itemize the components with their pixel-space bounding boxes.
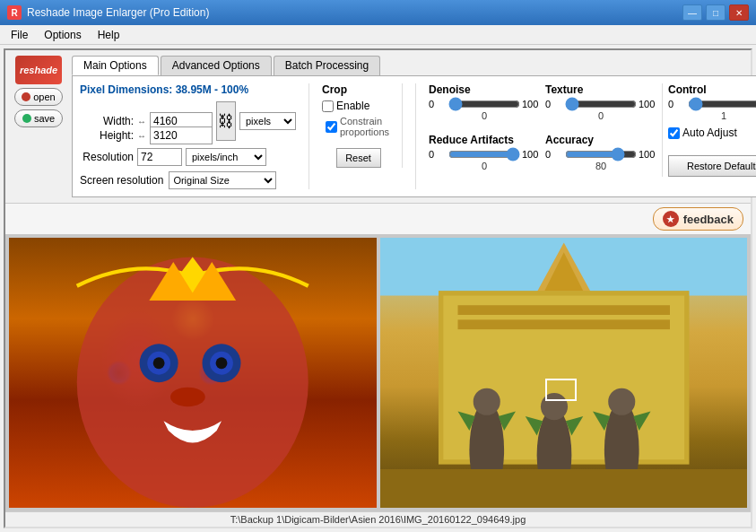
menu-file[interactable]: File	[4, 27, 35, 43]
title-bar: R Reshade Image Enlarger (Pro Edition) —…	[0, 0, 756, 25]
reduce-artifacts-slider-row: 0 100	[429, 148, 540, 161]
denoise-value: 0	[429, 110, 540, 121]
tabs-header: Main Options Advanced Options Batch Proc…	[72, 56, 756, 75]
left-image	[9, 238, 377, 508]
texture-title: Texture	[545, 83, 656, 96]
accuracy-title: Accuracy	[545, 134, 656, 146]
svg-rect-25	[380, 469, 748, 508]
screen-resolution-row: Screen resolution Original Size Fit to S…	[80, 171, 296, 189]
menu-help[interactable]: Help	[91, 27, 127, 43]
selection-rectangle	[545, 379, 577, 401]
tab-advanced-options[interactable]: Advanced Options	[161, 56, 272, 75]
texture-group: Texture 0 100 0	[545, 83, 656, 121]
pixel-dimensions-label: Pixel Dimensions: 38.95M - 100%	[80, 83, 296, 96]
reduce-artifacts-title: Reduce Artifacts	[429, 134, 540, 146]
title-controls: — □ ✕	[682, 4, 749, 21]
menu-options[interactable]: Options	[37, 27, 88, 43]
logo-label: reshade	[20, 65, 57, 75]
reduce-artifacts-slider[interactable]	[448, 148, 520, 161]
crop-constrain-checkbox[interactable]	[326, 121, 337, 133]
images-area	[5, 234, 751, 511]
crop-title: Crop	[322, 83, 395, 96]
svg-rect-18	[457, 319, 670, 329]
tab-batch-processing[interactable]: Batch Processing	[274, 56, 380, 75]
svg-rect-17	[457, 305, 670, 315]
denoise-title: Denoise	[429, 83, 540, 96]
svg-point-24	[608, 388, 635, 415]
svg-point-6	[216, 357, 228, 369]
reduce-artifacts-max: 100	[522, 149, 540, 160]
svg-point-3	[153, 357, 165, 369]
pixel-dimensions-section: Pixel Dimensions: 38.95M - 100% Width: ↔…	[80, 83, 296, 189]
restore-defaults-button[interactable]: Restore Defaults	[668, 155, 756, 177]
accuracy-slider[interactable]	[565, 148, 637, 161]
auto-adjust-text: Auto Adjust	[682, 126, 737, 139]
save-label: save	[34, 113, 55, 124]
resolution-unit-select[interactable]: pixels/inch pixels/cm	[186, 148, 266, 166]
app-icon: R	[7, 5, 22, 20]
auto-adjust-label[interactable]: Auto Adjust	[668, 126, 756, 139]
save-button[interactable]: save	[14, 109, 63, 127]
svg-point-7	[170, 388, 205, 407]
right-image	[380, 238, 748, 508]
feedback-label: feedback	[683, 213, 734, 226]
denoise-min: 0	[429, 99, 447, 109]
maximize-button[interactable]: □	[706, 4, 726, 21]
slider-col-1: Denoise 0 100 0 Reduce Artifacts	[429, 83, 540, 177]
title-bar-left: R Reshade Image Enlarger (Pro Edition)	[7, 5, 209, 20]
left-image-svg	[9, 238, 377, 508]
close-button[interactable]: ✕	[729, 4, 749, 21]
main-content: reshade open save Main Options Advanced …	[4, 48, 752, 528]
control-slider[interactable]	[688, 98, 756, 110]
top-panel: reshade open save Main Options Advanced …	[5, 50, 751, 204]
open-icon	[22, 92, 30, 101]
app-title: Reshade Image Enlarger (Pro Edition)	[27, 6, 209, 19]
texture-slider-row: 0 100	[545, 98, 656, 110]
tab-main-options[interactable]: Main Options	[72, 56, 159, 75]
svg-point-20	[473, 388, 500, 415]
width-label: Width:	[80, 115, 134, 127]
reduce-artifacts-group: Reduce Artifacts 0 100 0	[429, 134, 540, 171]
right-image-svg	[380, 238, 748, 508]
divider-1	[308, 83, 309, 189]
feedback-bar: ★ feedback	[5, 204, 751, 234]
screen-resolution-select[interactable]: Original Size Fit to Screen 1920x1080	[169, 171, 276, 189]
feedback-button[interactable]: ★ feedback	[653, 207, 743, 231]
minimize-button[interactable]: —	[682, 4, 702, 21]
accuracy-min: 0	[545, 149, 563, 160]
screen-resolution-label: Screen resolution	[80, 174, 163, 187]
crop-reset-button[interactable]: Reset	[336, 148, 381, 168]
logo-area: reshade open save	[11, 56, 66, 127]
sliders-area: Denoise 0 100 0 Reduce Artifacts	[429, 83, 756, 177]
left-image-panel	[9, 238, 377, 508]
texture-slider[interactable]	[565, 98, 637, 110]
accuracy-slider-row: 0 100	[545, 148, 656, 161]
texture-max: 100	[639, 99, 656, 109]
accuracy-group: Accuracy 0 100 80	[545, 134, 656, 171]
height-input[interactable]	[150, 126, 213, 144]
control-group: Control 0 100 1 Auto Adjust	[668, 83, 756, 139]
height-label: Height:	[80, 129, 134, 142]
link-proportions-button[interactable]: ⛓	[216, 101, 236, 141]
width-unit-select[interactable]: pixels percent inches cm	[239, 112, 296, 130]
height-link-icon: ↔	[137, 131, 146, 141]
crop-constrain-label[interactable]: Constrain proportions	[322, 116, 395, 137]
denoise-group: Denoise 0 100 0	[429, 83, 540, 121]
control-value: 1	[668, 110, 756, 121]
resolution-label: Resolution	[80, 151, 134, 163]
denoise-slider[interactable]	[448, 98, 520, 110]
texture-value: 0	[545, 110, 656, 121]
status-text: T:\Backup 1\Digicam-Bilder\Asien 2016\IM…	[230, 514, 526, 525]
slider-col-2: Texture 0 100 0 Accuracy	[545, 83, 656, 177]
slider-col-3: Control 0 100 1 Auto Adjust	[662, 83, 756, 177]
auto-adjust-checkbox[interactable]	[668, 127, 680, 139]
feedback-icon: ★	[663, 211, 679, 227]
crop-enable-checkbox-label[interactable]: Enable	[322, 100, 395, 112]
status-bar: T:\Backup 1\Digicam-Bilder\Asien 2016\IM…	[5, 511, 751, 527]
crop-enable-checkbox[interactable]	[322, 100, 334, 112]
control-min: 0	[668, 99, 686, 109]
control-slider-row: 0 100	[668, 98, 756, 110]
open-button[interactable]: open	[14, 88, 63, 106]
texture-min: 0	[545, 99, 563, 109]
resolution-input[interactable]	[137, 148, 182, 166]
